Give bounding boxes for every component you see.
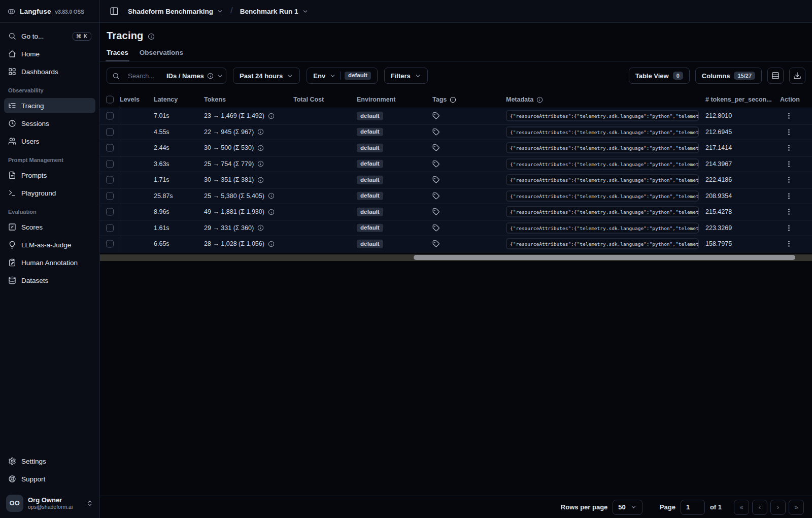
metadata-cell[interactable]: {"resourceAttributes":{"telemetry.sdk.la… [506,143,699,153]
info-icon[interactable] [268,192,275,199]
table-view-button[interactable]: Table View 0 [629,68,690,84]
metadata-cell[interactable]: {"resourceAttributes":{"telemetry.sdk.la… [506,158,699,169]
metadata-cell[interactable]: {"resourceAttributes":{"telemetry.sdk.la… [506,222,699,233]
metadata-cell[interactable]: {"resourceAttributes":{"telemetry.sdk.la… [506,111,699,121]
rows-per-page-select[interactable]: 50 [613,500,642,515]
table-row[interactable]: 7.01s 23 → 1,469 (Σ 1,492) default {"res… [100,108,812,124]
sidebar-item-home[interactable]: Home [4,46,95,61]
info-icon[interactable] [257,177,264,183]
tags-button[interactable] [432,112,440,120]
row-checkbox[interactable] [106,128,114,136]
table-row[interactable]: 1.61s 29 → 331 (Σ 360) default {"resourc… [100,220,812,237]
row-height-button[interactable] [767,68,784,84]
info-icon[interactable] [148,33,155,40]
metadata-cell[interactable]: {"resourceAttributes":{"telemetry.sdk.la… [506,239,699,249]
search-type-selector[interactable]: IDs / Names [166,72,223,80]
table-row[interactable]: 3.63s 25 → 754 (Σ 779) default {"resourc… [100,156,812,173]
next-page-button[interactable]: › [770,500,786,515]
horizontal-scrollbar[interactable] [100,254,812,261]
page-number-input[interactable] [681,500,705,515]
tags-button[interactable] [432,192,440,200]
metadata-cell[interactable]: {"resourceAttributes":{"telemetry.sdk.la… [506,207,699,217]
sidebar-item-human-annotation[interactable]: Human Annotation [4,255,95,270]
search-input[interactable] [128,72,162,80]
row-actions-button[interactable] [785,208,793,216]
breadcrumb-run[interactable]: Benchmark Run 1 [240,8,309,15]
info-icon[interactable] [257,145,264,151]
row-checkbox[interactable] [106,192,114,200]
metadata-cell[interactable]: {"resourceAttributes":{"telemetry.sdk.la… [506,126,699,137]
metadata-chip[interactable]: {"resourceAttributes":{"telemetry.sdk.la… [506,158,699,169]
row-actions-button[interactable] [785,128,793,136]
row-checkbox[interactable] [106,112,114,120]
table-row[interactable]: 4.55s 22 → 945 (Σ 967) default {"resourc… [100,124,812,141]
metadata-chip[interactable]: {"resourceAttributes":{"telemetry.sdk.la… [506,143,699,153]
previous-page-button[interactable]: ‹ [752,500,767,515]
row-checkbox[interactable] [106,224,114,232]
table-row[interactable]: 6.65s 28 → 1,028 (Σ 1,056) default {"res… [100,236,812,252]
columns-button[interactable]: Columns 15/27 [695,68,762,84]
header-metadata[interactable]: Metadata [506,96,543,103]
row-checkbox[interactable] [106,160,114,168]
metadata-chip[interactable]: {"resourceAttributes":{"telemetry.sdk.la… [506,111,699,121]
row-actions-button[interactable] [785,112,793,120]
metadata-chip[interactable]: {"resourceAttributes":{"telemetry.sdk.la… [506,190,699,201]
header-tokens-per-second[interactable]: # tokens_per_secon... [705,96,772,103]
table-row[interactable]: 8.96s 49 → 1,881 (Σ 1,930) default {"res… [100,204,812,220]
info-icon[interactable] [450,96,456,103]
sidebar-item-playground[interactable]: Playground [4,185,95,201]
sidebar-item-support[interactable]: Support [4,471,95,487]
header-tags[interactable]: Tags [432,96,456,103]
metadata-chip[interactable]: {"resourceAttributes":{"telemetry.sdk.la… [506,222,699,233]
header-tokens[interactable]: Tokens [204,96,226,103]
tab-observations[interactable]: Observations [140,49,183,61]
row-actions-button[interactable] [785,240,793,248]
breadcrumb-project[interactable]: Shadeform Benchmarking [128,8,223,15]
row-actions-button[interactable] [785,144,793,152]
header-total-cost[interactable]: Total Cost [293,96,324,103]
scrollbar-thumb[interactable] [414,255,795,260]
table-row[interactable]: 1.71s 30 → 351 (Σ 381) default {"resourc… [100,172,812,188]
row-actions-button[interactable] [785,224,793,232]
sidebar-item-users[interactable]: Users [4,134,95,149]
metadata-cell[interactable]: {"resourceAttributes":{"telemetry.sdk.la… [506,190,699,201]
row-checkbox[interactable] [106,240,114,248]
row-actions-button[interactable] [785,176,793,184]
goto-search-button[interactable]: Go to... ⌘ K [4,28,95,44]
info-icon[interactable] [257,160,264,167]
row-checkbox[interactable] [106,176,114,184]
tags-button[interactable] [432,224,440,232]
header-levels[interactable]: Levels [120,96,140,103]
row-checkbox[interactable] [106,144,114,152]
info-icon[interactable] [268,113,275,119]
sidebar-item-prompts[interactable]: Prompts [4,168,95,183]
info-icon[interactable] [257,224,264,231]
tags-button[interactable] [432,208,440,216]
sidebar-item-llm-as-a-judge[interactable]: LLM-as-a-Judge [4,237,95,252]
search-box[interactable]: IDs / Names [107,68,226,84]
tags-button[interactable] [432,128,440,136]
sidebar-item-scores[interactable]: Scores [4,219,95,235]
select-all-checkbox[interactable] [106,96,114,104]
metadata-chip[interactable]: {"resourceAttributes":{"telemetry.sdk.la… [506,126,699,137]
sidebar-item-sessions[interactable]: Sessions [4,116,95,131]
filters-dropdown[interactable]: Filters [384,68,428,84]
row-checkbox[interactable] [106,208,114,216]
table-row[interactable]: 2.44s 30 → 500 (Σ 530) default {"resourc… [100,140,812,156]
tags-button[interactable] [432,160,440,168]
header-environment[interactable]: Environment [357,96,395,103]
row-actions-button[interactable] [785,160,793,168]
metadata-chip[interactable]: {"resourceAttributes":{"telemetry.sdk.la… [506,207,699,217]
user-menu[interactable]: OO Org Owner ops@shadeform.ai [0,490,99,518]
table-row[interactable]: 25.87s 25 → 5,380 (Σ 5,405) default {"re… [100,188,812,205]
sidebar-item-dashboards[interactable]: Dashboards [4,64,95,79]
metadata-chip[interactable]: {"resourceAttributes":{"telemetry.sdk.la… [506,239,699,249]
env-filter-dropdown[interactable]: Env default [307,68,378,84]
row-actions-button[interactable] [785,192,793,200]
sidebar-item-tracing[interactable]: Tracing [4,98,95,113]
export-button[interactable] [789,68,805,84]
info-icon[interactable] [268,241,275,247]
first-page-button[interactable]: « [734,500,749,515]
metadata-cell[interactable]: {"resourceAttributes":{"telemetry.sdk.la… [506,175,699,185]
tags-button[interactable] [432,176,440,184]
